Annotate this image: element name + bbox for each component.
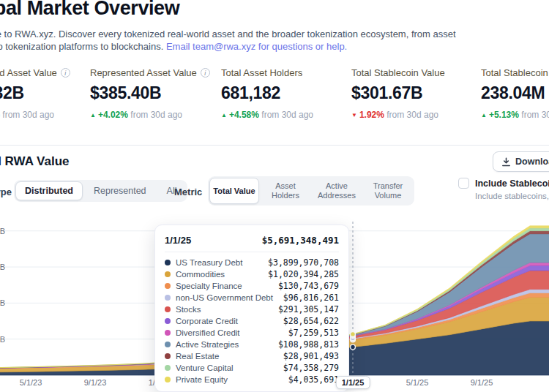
tooltip-series-value: $28,901,493 <box>283 351 339 361</box>
stat-change: ▲+4.58% from 30d ago <box>221 110 348 120</box>
tooltip-series-value: $291,305,147 <box>278 304 339 314</box>
download-button[interactable]: Download <box>493 151 549 172</box>
page-title: Global Market Overview <box>0 0 549 20</box>
stat-card-tokenized-asset-value: Tokenized Asset Valuei$25.32B▲+3.21% fro… <box>0 67 89 120</box>
tooltip-row: non-US Government Debt$96,816,261 <box>165 292 339 304</box>
svg-text:$10B: $10B <box>0 298 5 307</box>
down-arrow-icon: ▼ <box>351 112 357 118</box>
stat-change-pct: +4.58% <box>229 110 259 120</box>
include-stablecoins-label: Include Stablecoins <box>475 178 549 189</box>
tooltip-series-name: Real Estate <box>176 352 219 361</box>
value-type-control: DistributedRepresentedAll <box>14 180 187 202</box>
value-type-option-distributed[interactable]: Distributed <box>15 181 83 200</box>
tooltip-series-value: $3,899,970,708 <box>268 257 339 268</box>
page-canvas: Global Market Overview Welcome to RWA.xy… <box>0 0 549 392</box>
tooltip-row: Stocks$291,305,147 <box>165 304 339 315</box>
metric-option-active-addresses[interactable]: Active Addresses <box>312 178 362 204</box>
up-arrow-icon: ▲ <box>481 112 487 118</box>
stat-value: 681,182 <box>221 83 348 103</box>
page-header: Global Market Overview Welcome to RWA.xy… <box>0 0 549 53</box>
stats-row: Tokenized Asset Valuei$25.32B▲+3.21% fro… <box>0 67 549 140</box>
stat-change-pct: 1.92% <box>359 110 384 120</box>
highlight-dot-private-equity <box>351 332 356 337</box>
tooltip-row: Active Strategies$108,988,813 <box>165 339 339 350</box>
stat-change-pct: +4.02% <box>98 110 128 120</box>
metric-control: Total ValueAsset HoldersActive Addresses… <box>208 176 414 206</box>
svg-text:$15B: $15B <box>0 263 5 271</box>
metric-option-transfer-volume[interactable]: Transfer Volume <box>363 178 413 204</box>
series-color-dot <box>165 353 171 359</box>
svg-text:5/1/25: 5/1/25 <box>406 378 429 387</box>
subtitle-line1: Welcome to RWA.xyz. Discover every token… <box>0 29 456 39</box>
stat-change-period: from 30d ago <box>519 110 549 120</box>
tooltip-date: 1/1/25 <box>165 235 191 246</box>
download-icon <box>501 157 511 167</box>
stat-value: $385.40B <box>90 83 217 103</box>
tooltip-row: Diversified Credit$7,259,513 <box>165 327 339 339</box>
up-arrow-icon: ▲ <box>90 112 96 118</box>
tooltip-total: $5,691,348,491 <box>262 235 339 246</box>
svg-text:5/1/23: 5/1/23 <box>20 378 42 387</box>
include-stablecoins-group: Include Stablecoins Include stablecoins,… <box>458 178 549 200</box>
series-color-dot <box>165 342 171 347</box>
download-label: Download <box>515 157 549 167</box>
stat-value: $25.32B <box>0 83 89 103</box>
series-color-dot <box>165 271 171 277</box>
stat-card-represented-asset-value: Represented Asset Valuei$385.40B▲+4.02% … <box>90 67 217 120</box>
stat-label: Tokenized Asset Value <box>0 67 57 78</box>
include-stablecoins-checkbox[interactable] <box>458 178 469 189</box>
svg-text:9/1/25: 9/1/25 <box>471 378 493 387</box>
email-link[interactable]: Email team@rwa.xyz for questions or help… <box>166 41 347 52</box>
chart-card: Global RWA Value Download Value Type Dis… <box>0 145 549 392</box>
series-color-dot <box>165 365 171 371</box>
stat-change-period: from 30d ago <box>0 110 54 120</box>
svg-text:9/1/23: 9/1/23 <box>84 378 107 387</box>
stat-value: 238.04M <box>481 83 549 103</box>
tooltip-series-name: Diversified Credit <box>176 328 240 337</box>
highlight-dot-us-treasury-debt <box>351 344 356 350</box>
tooltip-series-name: Active Strategies <box>176 340 239 349</box>
section-title: Global RWA Value <box>0 154 69 169</box>
tooltip-series-name: non-US Government Debt <box>176 293 273 302</box>
tooltip-divider <box>165 252 339 252</box>
stat-change-pct: +5.13% <box>489 110 519 120</box>
tooltip-rows: US Treasury Debt$3,899,970,708Commoditie… <box>165 257 339 385</box>
stat-change: ▲+4.02% from 30d ago <box>90 110 217 120</box>
series-color-dot <box>165 330 171 336</box>
tooltip-series-name: Stocks <box>176 305 201 314</box>
tooltip-series-name: Venture Capital <box>176 363 234 372</box>
metric-label: Metric <box>174 186 202 197</box>
chart-tooltip: 1/1/25 $5,691,348,491 US Treasury Debt$3… <box>154 225 349 392</box>
info-icon[interactable]: i <box>61 68 70 78</box>
stat-change: ▼1.92% from 30d ago <box>351 110 479 120</box>
tooltip-series-value: $7,259,513 <box>288 328 339 338</box>
stat-card-total-asset-holders: Total Asset Holders681,182▲+4.58% from 3… <box>221 67 348 120</box>
info-icon[interactable]: i <box>201 68 210 78</box>
series-color-dot <box>165 295 171 301</box>
up-arrow-icon: ▲ <box>221 112 227 118</box>
value-type-label: Value Type <box>0 186 12 197</box>
tooltip-series-value: $74,358,279 <box>283 363 339 373</box>
tooltip-row: Specialty Finance$130,743,679 <box>165 280 339 292</box>
stat-label: Total Stablecoin Holders <box>481 67 549 78</box>
stat-change: ▲+5.13% from 30d ago <box>481 110 549 120</box>
subtitle-line2: issuers to tokenization platforms to blo… <box>0 41 163 52</box>
tooltip-row: Real Estate$28,901,493 <box>165 350 339 362</box>
tooltip-row: Venture Capital$74,358,279 <box>165 362 339 374</box>
tooltip-series-name: Private Equity <box>176 375 228 384</box>
tooltip-row: Corporate Credit$28,654,622 <box>165 315 339 327</box>
value-type-option-represented[interactable]: Represented <box>84 181 156 200</box>
series-color-dot <box>165 260 171 265</box>
stat-change: ▲+3.21% from 30d ago <box>0 110 89 120</box>
metric-option-asset-holders[interactable]: Asset Holders <box>261 178 310 204</box>
stat-value: $301.67B <box>351 83 479 103</box>
metric-option-total-value[interactable]: Total Value <box>209 178 259 204</box>
stat-card-total-stablecoin-value: Total Stablecoin Value$301.67B▼1.92% fro… <box>351 67 479 120</box>
tooltip-series-value: $4,035,691 <box>288 374 339 385</box>
tooltip-row: Private Equity$4,035,691 <box>165 374 339 385</box>
tooltip-series-name: Commodities <box>176 270 225 279</box>
stat-change-period: from 30d ago <box>384 110 438 120</box>
stat-label: Total Stablecoin Value <box>351 67 445 78</box>
tooltip-row: Commodities$1,020,394,285 <box>165 268 339 280</box>
tooltip-series-name: US Treasury Debt <box>176 258 242 267</box>
